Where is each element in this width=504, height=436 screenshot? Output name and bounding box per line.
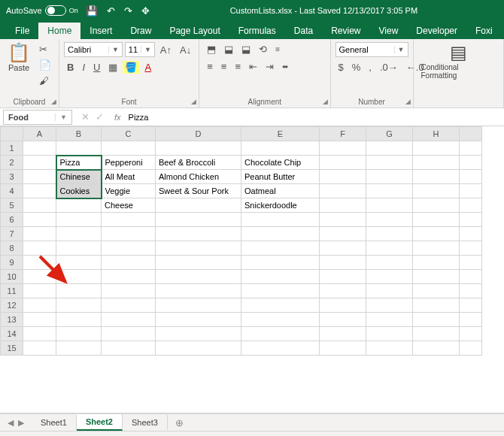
cell[interactable] — [102, 241, 156, 256]
increase-font-icon[interactable]: A↑ — [157, 43, 175, 57]
cell[interactable] — [156, 141, 241, 156]
cell[interactable] — [460, 270, 482, 284]
cell[interactable] — [366, 341, 413, 356]
cell[interactable] — [320, 184, 366, 198]
cell[interactable]: Cheese — [102, 198, 156, 213]
chevron-down-icon[interactable]: ▼ — [55, 114, 71, 121]
cell[interactable] — [241, 141, 320, 156]
underline-button[interactable]: U — [90, 60, 103, 74]
sheet-tab[interactable]: Sheet2 — [77, 414, 123, 431]
cell[interactable] — [366, 241, 413, 256]
cell[interactable] — [320, 313, 366, 327]
cell[interactable] — [23, 141, 56, 156]
col-header[interactable]: E — [241, 127, 320, 141]
row-header[interactable]: 8 — [1, 241, 23, 256]
cell[interactable] — [320, 284, 366, 298]
tab-draw[interactable]: Draw — [121, 23, 160, 39]
row-header[interactable]: 9 — [1, 256, 23, 270]
row-header[interactable]: 7 — [1, 227, 23, 241]
col-header[interactable]: H — [413, 127, 460, 141]
cell[interactable] — [366, 156, 413, 170]
cell[interactable] — [460, 213, 482, 227]
touch-mode-icon[interactable]: ✥ — [141, 5, 150, 17]
cell[interactable] — [56, 256, 102, 270]
tab-data[interactable]: Data — [285, 23, 322, 39]
cell[interactable] — [460, 313, 482, 327]
conditional-formatting-button[interactable]: ▤ Conditional Formatting — [418, 42, 499, 81]
decrease-indent-icon[interactable]: ⇤ — [246, 59, 260, 74]
next-sheet-icon[interactable]: ▶ — [18, 418, 24, 428]
cell[interactable] — [23, 198, 56, 213]
merge-center-button[interactable]: ⬌ — [279, 61, 291, 72]
bold-button[interactable]: B — [64, 60, 77, 74]
cell[interactable] — [460, 198, 482, 213]
prev-sheet-icon[interactable]: ◀ — [8, 418, 14, 428]
cell[interactable]: Pepperoni — [102, 156, 156, 170]
row-header[interactable]: 5 — [1, 198, 23, 213]
cell[interactable] — [413, 156, 460, 170]
increase-indent-icon[interactable]: ⇥ — [263, 59, 277, 74]
font-color-icon[interactable]: A — [141, 60, 154, 74]
cell[interactable] — [56, 327, 102, 341]
cell[interactable] — [460, 170, 482, 184]
cell[interactable] — [320, 227, 366, 241]
cell[interactable] — [23, 341, 56, 356]
cell[interactable] — [156, 270, 241, 284]
cell[interactable] — [366, 313, 413, 327]
name-box-input[interactable] — [4, 113, 55, 122]
paste-button[interactable]: 📋 Paste — [5, 42, 33, 74]
row-header[interactable]: 13 — [1, 313, 23, 327]
cell[interactable] — [241, 313, 320, 327]
row-header[interactable]: 3 — [1, 170, 23, 184]
add-sheet-icon[interactable]: ⊕ — [168, 417, 191, 428]
align-left-icon[interactable]: ≡ — [204, 59, 216, 74]
col-header[interactable]: B — [56, 127, 102, 141]
cell[interactable] — [460, 298, 482, 313]
cell[interactable] — [366, 327, 413, 341]
tab-page-layout[interactable]: Page Layout — [160, 23, 229, 39]
redo-icon[interactable]: ↷ — [124, 5, 132, 17]
number-format-input[interactable] — [336, 45, 394, 54]
cell[interactable] — [413, 256, 460, 270]
cell[interactable] — [156, 284, 241, 298]
cell[interactable] — [56, 241, 102, 256]
cell[interactable] — [366, 213, 413, 227]
tab-foxit[interactable]: Foxi — [466, 23, 502, 39]
cell[interactable] — [23, 327, 56, 341]
dialog-launcher-icon[interactable]: ◢ — [323, 98, 328, 105]
cell[interactable] — [413, 241, 460, 256]
chevron-down-icon[interactable]: ▼ — [394, 46, 408, 53]
select-all-corner[interactable] — [1, 127, 23, 141]
cell[interactable] — [320, 156, 366, 170]
cell[interactable] — [460, 141, 482, 156]
cell[interactable] — [320, 298, 366, 313]
cell[interactable] — [460, 227, 482, 241]
cell[interactable] — [102, 141, 156, 156]
cell[interactable] — [413, 341, 460, 356]
row-header[interactable]: 6 — [1, 213, 23, 227]
tab-developer[interactable]: Developer — [407, 23, 466, 39]
cell[interactable] — [460, 341, 482, 356]
comma-format-icon[interactable]: , — [366, 60, 375, 74]
cell[interactable] — [366, 170, 413, 184]
cell[interactable] — [156, 313, 241, 327]
cell[interactable] — [241, 256, 320, 270]
cell[interactable] — [156, 256, 241, 270]
cell[interactable] — [413, 327, 460, 341]
cell[interactable] — [156, 341, 241, 356]
cell[interactable] — [102, 298, 156, 313]
cell[interactable] — [413, 170, 460, 184]
cell[interactable] — [102, 270, 156, 284]
cell[interactable] — [366, 284, 413, 298]
col-header[interactable]: G — [366, 127, 413, 141]
cell[interactable] — [102, 213, 156, 227]
cell[interactable] — [320, 241, 366, 256]
cell[interactable] — [56, 313, 102, 327]
cell[interactable] — [56, 198, 102, 213]
cell[interactable] — [241, 341, 320, 356]
cell[interactable] — [413, 213, 460, 227]
row-header[interactable]: 10 — [1, 270, 23, 284]
undo-icon[interactable]: ↶ — [107, 5, 115, 17]
cell[interactable]: Chocolate Chip — [241, 156, 320, 170]
cell[interactable]: Cookies — [56, 184, 102, 198]
